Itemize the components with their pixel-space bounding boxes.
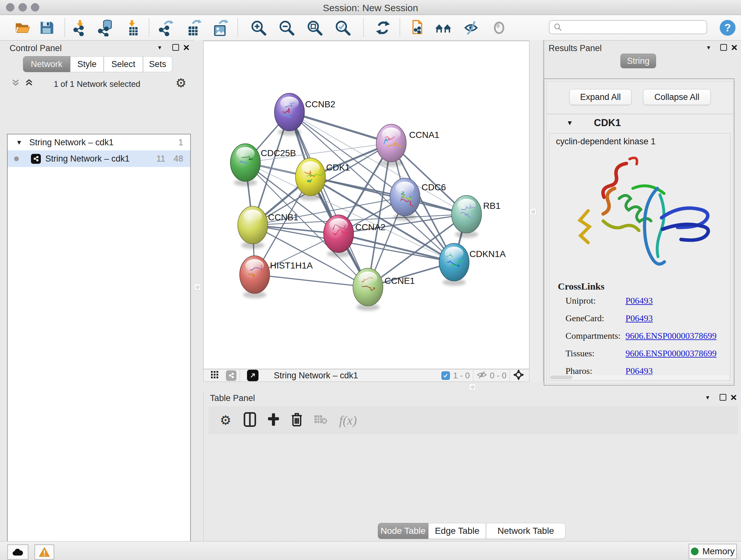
import-network-database-button[interactable] (96, 19, 114, 37)
tab-network[interactable]: Network (23, 56, 70, 72)
tab-node-table[interactable]: Node Table (378, 523, 428, 539)
control-panel-collapse-icon[interactable]: ▼ (157, 45, 162, 51)
network-view-title: String Network – cdk1 (274, 371, 358, 381)
cloud-status-button[interactable] (7, 544, 28, 560)
results-panel-splitter-handle[interactable] (530, 208, 536, 215)
results-panel-collapse-icon[interactable]: ▼ (706, 45, 711, 51)
gene-collapse-icon[interactable]: ▼ (566, 119, 573, 127)
help-button[interactable]: ? (719, 19, 737, 37)
tab-style[interactable]: Style (70, 56, 104, 72)
refresh-button[interactable] (374, 19, 392, 37)
network-row[interactable]: String Network – cdk1 11 48 (8, 150, 190, 167)
export-image-button[interactable] (211, 19, 229, 37)
tab-network-table[interactable]: Network Table (486, 523, 565, 539)
zoom-fit-button[interactable] (306, 19, 324, 37)
network-nodes: CCNB2CCNA1CDC25BCDK1CDC6RB1CCNB1CCNA2CDK… (230, 93, 506, 311)
gene-description: cyclin-dependent kinase 1 (556, 137, 656, 146)
refresh-icon (375, 19, 391, 36)
string-eye-disabled-button (490, 19, 508, 37)
node-CCNE1[interactable] (353, 268, 383, 311)
node-CDKN1A[interactable] (439, 243, 469, 286)
node-CDC25B[interactable] (230, 144, 260, 186)
node-RB1[interactable] (452, 195, 482, 238)
zoom-selected-button[interactable] (334, 19, 352, 37)
window-title: Session: New Session (0, 3, 741, 13)
gene-card: cyclin-dependent kinase 1 (549, 133, 731, 381)
selected-checkbox-icon[interactable] (441, 371, 450, 380)
network-graph[interactable]: CCNB2CCNA1CDC25BCDK1CDC6RB1CCNB1CCNA2CDK… (204, 41, 529, 369)
tab-select[interactable]: Select (104, 56, 143, 72)
memory-button[interactable]: Memory (689, 544, 737, 559)
memory-label: Memory (702, 546, 735, 557)
warning-status-button[interactable] (35, 544, 54, 560)
search-input[interactable] (562, 22, 697, 33)
delete-column-trash-icon[interactable] (291, 412, 303, 428)
results-hscrollbar[interactable] (550, 375, 729, 380)
export-table-button[interactable] (185, 19, 202, 37)
control-panel-splitter[interactable] (194, 40, 204, 541)
control-panel-close-icon[interactable]: × (183, 44, 190, 51)
crosslink-value-link[interactable]: 9606.ENSP00000378699 (625, 331, 717, 341)
edge-HIST1H1A-CCNE1[interactable] (255, 274, 368, 287)
open-session-button[interactable] (13, 19, 31, 37)
results-panel-splitter[interactable] (529, 40, 544, 391)
crosslink-label: Uniprot: (565, 296, 625, 306)
table-panel-title: Table Panel (210, 393, 255, 403)
control-panel-float-icon[interactable] (172, 44, 179, 51)
results-panel-close-icon[interactable]: × (731, 44, 738, 51)
birds-eye-view-icon[interactable] (513, 369, 524, 381)
node-CCNB1[interactable] (238, 206, 268, 249)
tab-string-results[interactable]: String (620, 54, 656, 68)
network-tree: ▼ String Network – cdk1 1 String Network… (7, 134, 191, 560)
svg-text:?: ? (724, 21, 731, 34)
crosslink-value-link[interactable]: 9606.ENSP00000378699 (625, 348, 717, 359)
import-network-file-button[interactable] (71, 19, 89, 37)
save-session-button[interactable] (38, 19, 56, 37)
table-options-gear-icon[interactable]: ⚙ (220, 413, 231, 428)
crosslink-value-link[interactable]: P06493 (625, 313, 653, 323)
node-HIST1H1A[interactable] (240, 256, 270, 298)
crosslink-label: Tissues: (565, 348, 625, 359)
collapse-all-button[interactable]: Collapse All (643, 89, 711, 105)
edge-CCNB2-CCNA1[interactable] (289, 112, 391, 143)
zoom-out-button[interactable] (278, 19, 295, 37)
expand-all-button[interactable]: Expand All (569, 89, 631, 105)
tree-expand-icon[interactable]: ▼ (16, 139, 22, 146)
zoom-in-button[interactable] (250, 19, 267, 37)
share-view-icon[interactable] (226, 370, 237, 381)
table-toolbar: ⚙ f(x) (208, 406, 738, 434)
toolbar-separator (473, 369, 473, 381)
results-panel-title: Results Panel (549, 44, 602, 53)
network-view-toolbar: String Network – cdk1 1 - 0 0 - 0 (203, 369, 529, 382)
network-canvas[interactable]: CCNB2CCNA1CDC25BCDK1CDC6RB1CCNB1CCNA2CDK… (203, 41, 529, 369)
crosslink-value-link[interactable]: P06493 (625, 296, 653, 306)
network-panel-options-gear-icon[interactable]: ⚙ (176, 76, 186, 90)
document-share-icon (409, 19, 427, 37)
table-panel-float-icon[interactable] (720, 394, 726, 401)
control-panel-splitter-handle[interactable] (194, 284, 201, 290)
import-table-button[interactable] (124, 19, 142, 37)
crosslink-row: Tissues:9606.ENSP00000378699 (565, 348, 725, 359)
export-network-button[interactable] (157, 19, 175, 37)
tab-sets[interactable]: Sets (143, 56, 172, 72)
string-clone-network-button[interactable] (409, 19, 427, 37)
eye-disabled-icon (491, 20, 507, 36)
string-hide-glass-button[interactable] (462, 19, 480, 37)
detach-view-icon[interactable] (247, 370, 259, 381)
grid-view-icon[interactable] (211, 371, 219, 380)
create-column-icon[interactable] (267, 413, 280, 428)
results-panel-float-icon[interactable] (720, 44, 727, 51)
table-panel-collapse-icon[interactable]: ▼ (705, 395, 711, 401)
network-edge-count: 48 (174, 154, 183, 164)
houses-icon (434, 19, 453, 37)
table-panel-close-icon[interactable]: × (731, 394, 737, 400)
tab-edge-table[interactable]: Edge Table (428, 523, 486, 539)
crosslink-label: Compartments: (565, 331, 625, 341)
node-CDC6[interactable] (390, 178, 420, 221)
hidden-eye-icon[interactable] (476, 370, 487, 381)
network-collection-row[interactable]: ▼ String Network – cdk1 1 (8, 134, 190, 150)
table-panel-splitter-handle[interactable] (469, 383, 476, 390)
string-home-button[interactable] (434, 19, 453, 37)
show-columns-icon[interactable] (244, 412, 256, 428)
node-CCNB2[interactable] (274, 93, 305, 136)
